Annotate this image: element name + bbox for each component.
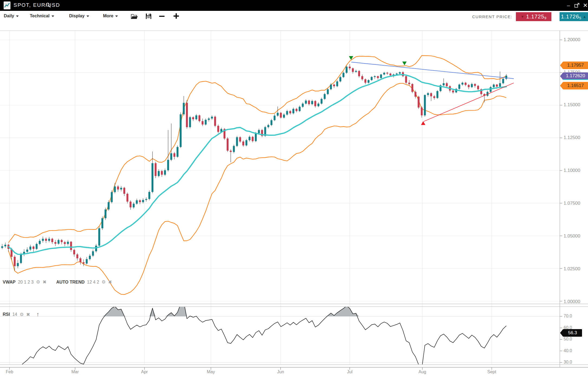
rsi-legend-row: RSI 14 ⚙ ✖ ↑ xyxy=(3,311,39,318)
autotrend-indicator-params: 12 4 2 xyxy=(87,280,99,285)
zoom-out-icon[interactable] xyxy=(159,14,165,18)
x-axis-month-label: Sept xyxy=(482,369,501,374)
vwap-remove-icon[interactable]: ✖ xyxy=(43,279,46,285)
save-icon[interactable] xyxy=(145,13,152,20)
display-menu[interactable]: Display xyxy=(69,14,89,18)
rsi-axis-label: 30.0 xyxy=(564,360,580,365)
rsi-axis-label: 40.0 xyxy=(564,348,580,353)
upper-band-price-tag: 1.17957 xyxy=(563,62,588,69)
y-axis-label: 1.07500 xyxy=(564,201,588,206)
display-menu-label: Display xyxy=(69,14,85,18)
current-price-tag: 1.172620 xyxy=(563,72,588,80)
indicator-legend-row: VWAP 20 1 2 3 ⚙ ✖ AUTO TREND 12 4 2 ⚙ ✖ xyxy=(3,279,112,285)
autotrend-settings-gear-icon[interactable]: ⚙ xyxy=(102,279,106,285)
y-axis-label: 1.10000 xyxy=(564,168,588,173)
vwap-indicator-label: VWAP xyxy=(3,280,15,285)
x-axis-month-label: Aug xyxy=(413,369,432,374)
rsi-expand-arrow-icon[interactable]: ↑ xyxy=(36,311,39,318)
current-price-label: CURRENT PRICE: xyxy=(461,14,512,19)
chevron-down-icon xyxy=(86,15,89,17)
chevron-down-icon xyxy=(52,15,54,17)
rsi-axis-label: 50.0 xyxy=(564,337,580,342)
x-axis-month-label: Mar xyxy=(66,369,85,374)
timeframe-menu[interactable]: Daily xyxy=(4,14,19,18)
rsi-value-tag: 56.3 xyxy=(563,329,582,337)
y-axis-label: 1.00000 xyxy=(564,299,588,304)
price-down-arrow-icon: ▼ xyxy=(521,15,525,18)
more-menu-label: More xyxy=(103,14,113,18)
zoom-in-icon[interactable] xyxy=(173,12,180,20)
autotrend-indicator-label: AUTO TREND xyxy=(56,280,85,285)
title-bar: SPOT, EUR/USD – ✕ xyxy=(0,0,588,11)
technical-menu-label: Technical xyxy=(30,14,50,18)
rsi-indicator-params: 14 xyxy=(12,312,17,317)
x-axis-month-label: Jun xyxy=(271,369,290,374)
bid-price-badge[interactable]: ▼ 1.1725 9 xyxy=(516,12,551,21)
ask-price-pip: 5 xyxy=(579,16,581,20)
app-logo-icon xyxy=(4,1,11,9)
popout-icon xyxy=(574,3,580,8)
x-axis-month-label: Feb xyxy=(0,369,19,374)
price-up-arrow-icon: ▲ xyxy=(583,15,587,18)
technical-menu[interactable]: Technical xyxy=(30,14,54,18)
open-folder-icon[interactable] xyxy=(131,13,138,20)
y-axis-label: 1.20000 xyxy=(564,37,588,43)
autotrend-remove-icon[interactable]: ✖ xyxy=(108,279,112,285)
bid-price-pip: 9 xyxy=(544,16,547,20)
close-button[interactable]: ✕ xyxy=(581,0,588,11)
chevron-down-icon xyxy=(115,15,118,17)
rsi-axis-label: 70.0 xyxy=(564,314,580,319)
minimize-button[interactable]: – xyxy=(564,0,573,11)
x-axis-month-label: Jul xyxy=(340,369,359,374)
x-axis-month-label: Apr xyxy=(135,369,154,374)
y-axis-label: 1.15000 xyxy=(564,102,588,108)
rsi-settings-gear-icon[interactable]: ⚙ xyxy=(20,312,24,317)
bid-price-value: 1.1725 xyxy=(526,14,544,20)
popout-button[interactable] xyxy=(573,0,581,11)
x-axis-month-label: May xyxy=(201,369,220,374)
rsi-indicator-label: RSI xyxy=(3,312,10,317)
ask-price-value: 1.1726 xyxy=(561,14,579,20)
vwap-indicator-params: 20 1 2 3 xyxy=(18,280,34,285)
chevron-down-icon xyxy=(16,15,19,17)
timeframe-menu-label: Daily xyxy=(4,14,14,18)
more-menu[interactable]: More xyxy=(103,14,118,18)
window-title: SPOT, EUR/USD xyxy=(14,2,60,8)
y-axis-label: 1.05000 xyxy=(564,233,588,239)
vwap-settings-gear-icon[interactable]: ⚙ xyxy=(36,279,40,285)
lower-band-price-tag: 1.16517 xyxy=(563,82,588,89)
price-chart-canvas[interactable] xyxy=(0,0,588,376)
search-icon[interactable] xyxy=(46,2,51,8)
trading-app-window: 1.20000 1.17500 1.15000 1.12500 1.10000 … xyxy=(0,0,588,376)
y-axis-label: 1.12500 xyxy=(564,135,588,140)
rsi-remove-icon[interactable]: ✖ xyxy=(26,312,30,317)
ask-price-badge[interactable]: 1.1726 5 ▲ xyxy=(560,12,588,21)
toolbar: Daily Technical Display More xyxy=(0,11,588,22)
y-axis-label: 1.02500 xyxy=(564,266,588,272)
